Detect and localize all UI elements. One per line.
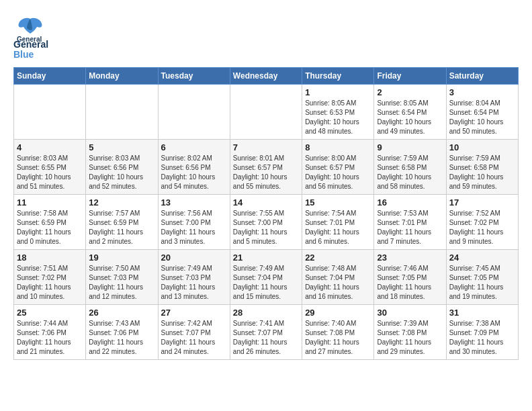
calendar-cell: 11Sunrise: 7:58 AM Sunset: 6:59 PM Dayli… <box>14 194 86 249</box>
calendar-cell: 23Sunrise: 7:46 AM Sunset: 7:05 PM Dayli… <box>374 249 446 304</box>
day-info: Sunrise: 8:01 AM Sunset: 6:57 PM Dayligh… <box>233 154 299 191</box>
calendar-header-thursday: Thursday <box>302 67 374 84</box>
day-info: Sunrise: 8:03 AM Sunset: 6:56 PM Dayligh… <box>89 154 154 191</box>
calendar-cell <box>230 84 302 139</box>
day-info: Sunrise: 7:43 AM Sunset: 7:06 PM Dayligh… <box>89 319 154 357</box>
calendar-week-4: 18Sunrise: 7:51 AM Sunset: 7:02 PM Dayli… <box>14 249 519 304</box>
day-number: 11 <box>17 197 83 208</box>
day-info: Sunrise: 8:03 AM Sunset: 6:55 PM Dayligh… <box>17 154 83 191</box>
day-info: Sunrise: 7:38 AM Sunset: 7:09 PM Dayligh… <box>449 319 515 357</box>
day-info: Sunrise: 7:59 AM Sunset: 6:58 PM Dayligh… <box>377 154 443 191</box>
calendar-cell: 7Sunrise: 8:01 AM Sunset: 6:57 PM Daylig… <box>230 139 302 194</box>
day-number: 19 <box>89 253 154 263</box>
calendar-cell: 21Sunrise: 7:49 AM Sunset: 7:04 PM Dayli… <box>230 249 302 304</box>
day-number: 1 <box>305 87 371 97</box>
calendar-cell: 6Sunrise: 8:02 AM Sunset: 6:56 PM Daylig… <box>158 139 230 194</box>
calendar-cell: 4Sunrise: 8:03 AM Sunset: 6:55 PM Daylig… <box>14 139 86 194</box>
calendar-cell: 3Sunrise: 8:04 AM Sunset: 6:54 PM Daylig… <box>446 84 518 139</box>
calendar-header-tuesday: Tuesday <box>158 67 230 84</box>
day-info: Sunrise: 7:49 AM Sunset: 7:04 PM Dayligh… <box>233 264 299 302</box>
logo-blue: Blue <box>13 50 48 60</box>
day-info: Sunrise: 7:58 AM Sunset: 6:59 PM Dayligh… <box>17 209 83 246</box>
calendar-header-row: SundayMondayTuesdayWednesdayThursdayFrid… <box>14 67 519 84</box>
day-info: Sunrise: 7:42 AM Sunset: 7:07 PM Dayligh… <box>161 319 227 357</box>
calendar-header-sunday: Sunday <box>14 67 86 84</box>
calendar-table: SundayMondayTuesdayWednesdayThursdayFrid… <box>13 67 519 360</box>
day-number: 9 <box>377 142 443 152</box>
calendar-cell: 28Sunrise: 7:41 AM Sunset: 7:07 PM Dayli… <box>230 304 302 359</box>
day-number: 31 <box>449 308 515 318</box>
day-number: 28 <box>233 308 299 318</box>
calendar-cell: 26Sunrise: 7:43 AM Sunset: 7:06 PM Dayli… <box>86 304 158 359</box>
day-info: Sunrise: 7:41 AM Sunset: 7:07 PM Dayligh… <box>233 319 299 357</box>
day-info: Sunrise: 7:57 AM Sunset: 6:59 PM Dayligh… <box>89 209 154 246</box>
day-info: Sunrise: 7:52 AM Sunset: 7:02 PM Dayligh… <box>449 209 515 246</box>
day-number: 26 <box>89 308 154 318</box>
calendar-cell: 31Sunrise: 7:38 AM Sunset: 7:09 PM Dayli… <box>446 304 518 359</box>
calendar-cell: 16Sunrise: 7:53 AM Sunset: 7:01 PM Dayli… <box>374 194 446 249</box>
day-info: Sunrise: 8:05 AM Sunset: 6:54 PM Dayligh… <box>377 99 443 136</box>
logo-general: General <box>13 40 48 50</box>
day-number: 5 <box>89 142 154 152</box>
day-number: 22 <box>305 253 371 263</box>
day-info: Sunrise: 8:00 AM Sunset: 6:57 PM Dayligh… <box>305 154 371 191</box>
calendar-cell: 19Sunrise: 7:50 AM Sunset: 7:03 PM Dayli… <box>86 249 158 304</box>
day-number: 30 <box>377 308 443 318</box>
calendar-cell: 2Sunrise: 8:05 AM Sunset: 6:54 PM Daylig… <box>374 84 446 139</box>
calendar-cell: 13Sunrise: 7:56 AM Sunset: 7:00 PM Dayli… <box>158 194 230 249</box>
calendar-cell: 14Sunrise: 7:55 AM Sunset: 7:00 PM Dayli… <box>230 194 302 249</box>
day-number: 21 <box>233 253 299 263</box>
calendar-header-monday: Monday <box>86 67 158 84</box>
day-number: 15 <box>305 197 371 208</box>
calendar-cell: 17Sunrise: 7:52 AM Sunset: 7:02 PM Dayli… <box>446 194 518 249</box>
calendar-cell <box>86 84 158 139</box>
day-number: 29 <box>305 308 371 318</box>
calendar-week-3: 11Sunrise: 7:58 AM Sunset: 6:59 PM Dayli… <box>14 194 519 249</box>
day-number: 14 <box>233 197 299 208</box>
day-info: Sunrise: 7:53 AM Sunset: 7:01 PM Dayligh… <box>377 209 443 246</box>
day-info: Sunrise: 8:02 AM Sunset: 6:56 PM Dayligh… <box>161 154 227 191</box>
day-number: 4 <box>17 142 83 152</box>
day-info: Sunrise: 7:49 AM Sunset: 7:03 PM Dayligh… <box>161 264 227 302</box>
day-number: 17 <box>449 197 515 208</box>
day-info: Sunrise: 7:56 AM Sunset: 7:00 PM Dayligh… <box>161 209 227 246</box>
calendar-cell <box>14 84 86 139</box>
day-info: Sunrise: 8:04 AM Sunset: 6:54 PM Dayligh… <box>449 99 515 136</box>
day-number: 13 <box>161 197 227 208</box>
day-info: Sunrise: 7:40 AM Sunset: 7:08 PM Dayligh… <box>305 319 371 357</box>
day-number: 3 <box>449 87 515 97</box>
calendar-header-saturday: Saturday <box>446 67 518 84</box>
day-number: 12 <box>89 197 154 208</box>
day-info: Sunrise: 7:46 AM Sunset: 7:05 PM Dayligh… <box>377 264 443 302</box>
day-info: Sunrise: 7:45 AM Sunset: 7:05 PM Dayligh… <box>449 264 515 302</box>
calendar-cell: 15Sunrise: 7:54 AM Sunset: 7:01 PM Dayli… <box>302 194 374 249</box>
day-info: Sunrise: 7:55 AM Sunset: 7:00 PM Dayligh… <box>233 209 299 246</box>
calendar-cell <box>158 84 230 139</box>
calendar-cell: 25Sunrise: 7:44 AM Sunset: 7:06 PM Dayli… <box>14 304 86 359</box>
day-info: Sunrise: 7:48 AM Sunset: 7:04 PM Dayligh… <box>305 264 371 302</box>
day-info: Sunrise: 7:59 AM Sunset: 6:58 PM Dayligh… <box>449 154 515 191</box>
day-number: 27 <box>161 308 227 318</box>
calendar-cell: 12Sunrise: 7:57 AM Sunset: 6:59 PM Dayli… <box>86 194 158 249</box>
calendar-cell: 8Sunrise: 8:00 AM Sunset: 6:57 PM Daylig… <box>302 139 374 194</box>
day-info: Sunrise: 7:50 AM Sunset: 7:03 PM Dayligh… <box>89 264 154 302</box>
day-number: 10 <box>449 142 515 152</box>
calendar-cell: 5Sunrise: 8:03 AM Sunset: 6:56 PM Daylig… <box>86 139 158 194</box>
day-number: 16 <box>377 197 443 208</box>
day-number: 24 <box>449 253 515 263</box>
calendar-week-5: 25Sunrise: 7:44 AM Sunset: 7:06 PM Dayli… <box>14 304 519 359</box>
calendar-cell: 1Sunrise: 8:05 AM Sunset: 6:53 PM Daylig… <box>302 84 374 139</box>
day-number: 6 <box>161 142 227 152</box>
day-number: 2 <box>377 87 443 97</box>
calendar-week-2: 4Sunrise: 8:03 AM Sunset: 6:55 PM Daylig… <box>14 139 519 194</box>
day-number: 23 <box>377 253 443 263</box>
day-info: Sunrise: 7:44 AM Sunset: 7:06 PM Dayligh… <box>17 319 83 357</box>
calendar-header-wednesday: Wednesday <box>230 67 302 84</box>
logo: General Blue General Blue <box>13 13 48 60</box>
calendar-cell: 29Sunrise: 7:40 AM Sunset: 7:08 PM Dayli… <box>302 304 374 359</box>
day-info: Sunrise: 7:39 AM Sunset: 7:08 PM Dayligh… <box>377 319 443 357</box>
day-number: 25 <box>17 308 83 318</box>
calendar-week-1: 1Sunrise: 8:05 AM Sunset: 6:53 PM Daylig… <box>14 84 519 139</box>
calendar-cell: 30Sunrise: 7:39 AM Sunset: 7:08 PM Dayli… <box>374 304 446 359</box>
calendar-cell: 10Sunrise: 7:59 AM Sunset: 6:58 PM Dayli… <box>446 139 518 194</box>
